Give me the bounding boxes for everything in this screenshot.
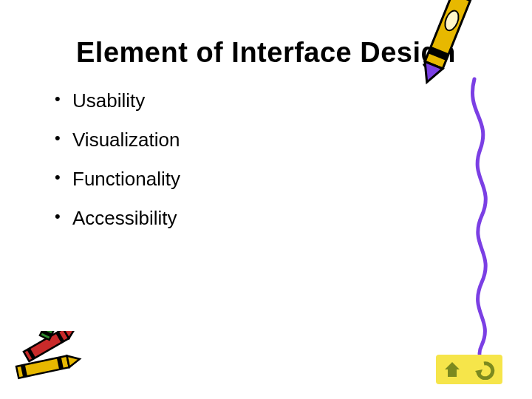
- svg-rect-14: [41, 331, 52, 337]
- svg-rect-10: [27, 348, 35, 359]
- back-arrow-icon[interactable]: [474, 359, 497, 380]
- bullet-item: Usability: [52, 89, 488, 112]
- svg-rect-6: [21, 365, 27, 378]
- slide-title: Element of Interface Design: [44, 37, 488, 69]
- home-icon[interactable]: [442, 359, 463, 380]
- nav-button-group: [436, 355, 502, 384]
- bullet-list: Usability Visualization Functionality Ac…: [52, 89, 488, 230]
- svg-rect-11: [55, 332, 64, 343]
- svg-rect-1: [452, 0, 473, 1]
- svg-point-3: [443, 9, 461, 33]
- svg-rect-5: [16, 355, 69, 378]
- svg-rect-7: [57, 357, 64, 369]
- slide: Element of Interface Design Usability Vi…: [0, 0, 532, 399]
- bullet-item: Functionality: [52, 168, 488, 191]
- bullet-item: Accessibility: [52, 207, 488, 230]
- svg-marker-8: [66, 353, 81, 367]
- svg-rect-13: [40, 331, 66, 340]
- bullet-item: Visualization: [52, 129, 488, 151]
- crayon-pile-icon: [10, 331, 92, 390]
- svg-rect-9: [24, 331, 69, 361]
- svg-marker-12: [64, 331, 78, 338]
